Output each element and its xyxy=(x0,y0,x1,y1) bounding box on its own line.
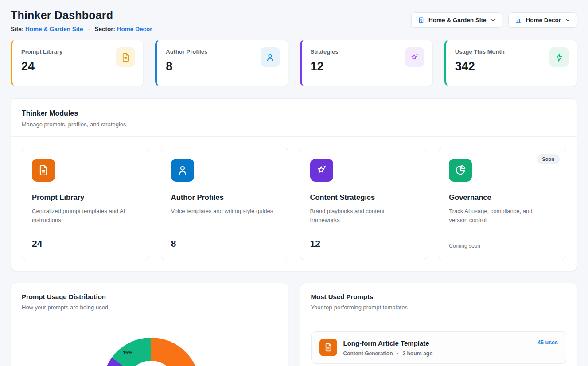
site-selector-dropdown[interactable]: Home & Garden Site xyxy=(411,12,503,28)
module-title: Author Profiles xyxy=(171,193,278,202)
most-used-header: Most Used Prompts Your top-performing pr… xyxy=(300,283,577,319)
site-selector-label: Home & Garden Site xyxy=(428,17,487,23)
module-card-prompt-library[interactable]: Prompt Library Centralized prompt templa… xyxy=(22,148,149,260)
module-card-content-strategies[interactable]: Content Strategies Brand playbooks and c… xyxy=(300,148,428,260)
module-card-author-profiles[interactable]: Author Profiles Voice templates and writ… xyxy=(161,148,288,260)
sector-link[interactable]: Home Decor xyxy=(117,26,152,32)
usage-panel-title: Prompt Usage Distribution xyxy=(22,293,277,300)
donut-chart-area: 15% xyxy=(11,319,288,366)
most-used-subtitle: Your top-performing prompt templates xyxy=(311,304,567,311)
bar-chart-icon xyxy=(515,17,522,23)
module-title: Prompt Library xyxy=(32,193,139,202)
bottom-row: Prompt Usage Distribution How your promp… xyxy=(11,283,577,366)
module-title: Governance xyxy=(449,193,556,202)
module-count: 24 xyxy=(32,238,139,249)
chevron-down-icon xyxy=(565,17,571,23)
module-description: Track AI usage, compliance, and version … xyxy=(449,207,552,225)
modules-grid: Prompt Library Centralized prompt templa… xyxy=(11,137,577,271)
modules-header: Thinker Modules Manage prompts, profiles… xyxy=(11,99,577,137)
person-icon xyxy=(171,159,194,182)
person-icon xyxy=(261,47,280,67)
sector-label: Sector: xyxy=(95,26,116,32)
stat-card-prompt-library: Prompt Library 24 xyxy=(11,40,144,86)
meta-separator: · xyxy=(397,350,399,357)
module-description: Brand playbooks and content frameworks xyxy=(310,207,413,225)
module-count: 12 xyxy=(310,238,417,249)
module-title: Content Strategies xyxy=(310,193,417,202)
prompt-category: Content Generation xyxy=(343,350,393,357)
prompt-info: Long-form Article Template Content Gener… xyxy=(343,339,532,357)
stat-card-usage: Usage This Month 342 xyxy=(444,40,577,86)
site-link[interactable]: Home & Garden Site xyxy=(25,26,83,32)
sector-selector-dropdown[interactable]: Home Decor xyxy=(508,12,577,28)
building-icon xyxy=(418,17,424,23)
most-used-prompts-panel: Most Used Prompts Your top-performing pr… xyxy=(300,283,578,366)
sparkle-icon xyxy=(310,159,333,182)
dashboard-page: Thinker Dashboard Site: Home & Garden Si… xyxy=(0,0,588,366)
module-description: Voice templates and writing style guides xyxy=(171,207,274,216)
breadcrumb-separator: · xyxy=(88,26,90,32)
module-count: 8 xyxy=(171,238,278,249)
donut-segment-label: 15% xyxy=(123,350,132,355)
modules-title: Thinker Modules xyxy=(22,109,566,117)
usage-distribution-panel: Prompt Usage Distribution How your promp… xyxy=(11,283,288,366)
sector-selector-label: Home Decor xyxy=(526,17,561,23)
coming-soon-label: Coming soon xyxy=(449,236,556,249)
module-description: Centralized prompt templates and AI inst… xyxy=(32,207,135,225)
stat-card-strategies: Strategies 12 xyxy=(300,40,433,86)
module-card-governance[interactable]: Soon Governance Track AI usage, complian… xyxy=(439,148,566,260)
document-icon xyxy=(319,339,337,356)
list-item-long-form-article[interactable]: Long-form Article Template Content Gener… xyxy=(311,331,567,364)
breadcrumb: Site: Home & Garden Site · Sector: Home … xyxy=(11,26,152,32)
header-actions: Home & Garden Site Home Decor xyxy=(411,12,577,28)
prompt-meta: Content Generation · 2 hours ago xyxy=(343,350,532,357)
page-title: Thinker Dashboard xyxy=(11,9,152,22)
page-header: Thinker Dashboard Site: Home & Garden Si… xyxy=(11,9,577,32)
usage-panel-header: Prompt Usage Distribution How your promp… xyxy=(11,283,288,319)
sparkle-icon xyxy=(405,47,424,67)
soon-badge: Soon xyxy=(537,154,560,164)
stats-row: Prompt Library 24 Author Profiles 8 Stra… xyxy=(11,40,577,86)
header-left: Thinker Dashboard Site: Home & Garden Si… xyxy=(11,9,152,32)
pie-chart-icon xyxy=(449,159,472,182)
stat-card-author-profiles: Author Profiles 8 xyxy=(155,40,288,86)
thinker-modules-section: Thinker Modules Manage prompts, profiles… xyxy=(11,98,577,271)
most-used-title: Most Used Prompts xyxy=(311,293,567,300)
usage-panel-subtitle: How your prompts are being used xyxy=(22,304,277,311)
bolt-icon xyxy=(549,47,569,67)
site-label: Site: xyxy=(11,26,23,32)
donut-chart xyxy=(102,338,200,366)
chevron-down-icon xyxy=(490,17,496,23)
modules-subtitle: Manage prompts, profiles, and strategies xyxy=(22,121,566,128)
prompt-time: 2 hours ago xyxy=(403,350,433,357)
document-icon xyxy=(32,159,55,182)
prompt-uses-badge: 45 uses xyxy=(537,339,558,346)
prompt-list: Long-form Article Template Content Gener… xyxy=(300,319,577,366)
prompt-title: Long-form Article Template xyxy=(343,339,532,347)
document-icon xyxy=(116,47,135,67)
